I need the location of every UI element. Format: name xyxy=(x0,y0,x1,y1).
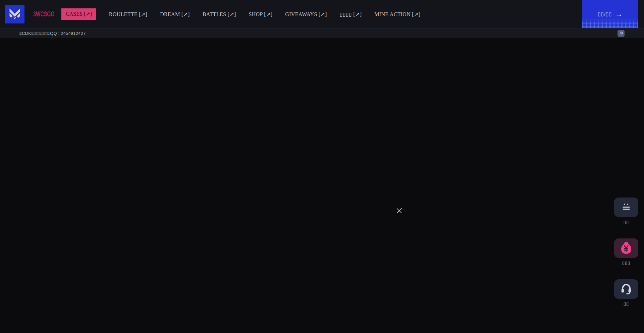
nav-item-roulette[interactable]: ROULETTE [↗] xyxy=(109,11,147,17)
list-icon xyxy=(620,202,633,213)
customer-support-button[interactable] xyxy=(614,279,638,299)
fab-label: ▯▯ xyxy=(624,219,629,224)
fab-label: ▯▯ xyxy=(624,301,629,306)
nav-item-battles[interactable]: BATTLES [↗] xyxy=(203,11,236,17)
top-nav-bar: 3WCSGO CASES [↗] ROULETTE [↗] DREAM [↗] … xyxy=(0,0,644,28)
fab-label: ▯▯▯ xyxy=(622,260,630,265)
main-nav: ROULETTE [↗] DREAM [↗] BATTLES [↗] SHOP … xyxy=(109,11,420,17)
nav-item-cjk[interactable]: ▯▯▯▯ [↗] xyxy=(340,11,362,17)
nav-item-mine-action[interactable]: MINE ACTION [↗] xyxy=(374,11,420,17)
arrow-right-icon: → xyxy=(615,10,623,18)
chevron-right-icon xyxy=(619,31,623,36)
floating-side-menu: ▯▯ ▯▯▯ xyxy=(614,198,638,306)
announcement-next-button[interactable] xyxy=(618,30,625,37)
fab-group-list: ▯▯ xyxy=(614,198,638,224)
broken-image-icon xyxy=(396,208,402,214)
nav-item-giveaways[interactable]: GIVEAWAYS [↗] xyxy=(285,11,327,17)
login-register-label: ▯▯/▯▯ xyxy=(598,11,612,17)
nav-item-dream[interactable]: DREAM [↗] xyxy=(160,11,190,17)
list-menu-button[interactable] xyxy=(614,198,638,217)
wing-m-logo-icon xyxy=(7,6,22,22)
recharge-button[interactable] xyxy=(614,238,638,258)
main-content xyxy=(0,38,644,333)
nav-item-shop[interactable]: SHOP [↗] xyxy=(249,11,273,17)
login-register-button[interactable]: ▯▯/▯▯ → xyxy=(582,0,638,28)
nav-item-cases[interactable]: CASES [↗] xyxy=(61,8,96,20)
headset-icon xyxy=(620,283,633,296)
announcement-text: ⍰CDK⍰⍰⍰⍰⍰⍰⍰QQ : 2454912427 xyxy=(19,31,86,36)
announcement-bar: ⍰CDK⍰⍰⍰⍰⍰⍰⍰QQ : 2454912427 xyxy=(0,28,644,38)
brand-logo[interactable] xyxy=(5,5,24,23)
yen-bag-icon xyxy=(621,241,632,256)
fab-group-recharge: ▯▯▯ xyxy=(614,238,638,265)
brand-name: 3WCSGO xyxy=(33,10,46,18)
fab-group-support: ▯▯ xyxy=(614,279,638,306)
